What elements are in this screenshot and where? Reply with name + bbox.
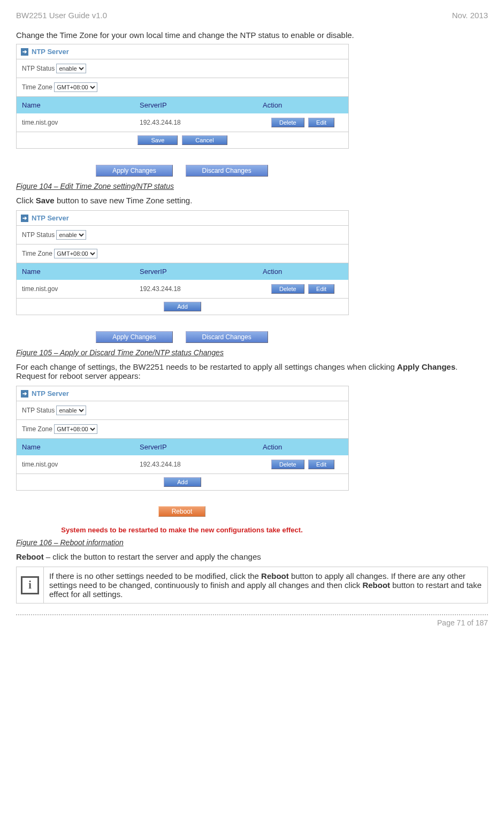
timezone-select[interactable]: GMT+08:00 bbox=[54, 424, 97, 434]
edit-button[interactable]: Edit bbox=[308, 118, 334, 127]
ntp-panel-edit: ➔ NTP Server NTP Status enable Time Zone… bbox=[16, 44, 349, 149]
doc-title: BW2251 User Guide v1.0 bbox=[16, 11, 107, 20]
timezone-label: Time Zone bbox=[22, 425, 52, 433]
ntp-status-row: NTP Status enable bbox=[17, 401, 348, 420]
arrow-icon: ➔ bbox=[21, 48, 28, 56]
ntp-status-select[interactable]: enable bbox=[56, 230, 86, 240]
arrow-icon: ➔ bbox=[21, 390, 28, 398]
table-header: Name ServerIP Action bbox=[17, 97, 348, 113]
table-header: Name ServerIP Action bbox=[17, 263, 348, 280]
panel-header: ➔ NTP Server bbox=[17, 211, 348, 226]
figure-105-caption: Figure 105 – Apply or Discard Time Zone/… bbox=[16, 348, 488, 357]
ntp-status-select[interactable]: enable bbox=[56, 406, 86, 415]
info-icon: i bbox=[21, 576, 39, 594]
timezone-select[interactable]: GMT+08:00 bbox=[54, 249, 97, 258]
panel-header: ➔ NTP Server bbox=[17, 44, 348, 59]
add-button[interactable]: Add bbox=[164, 477, 201, 487]
cell-name: time.nist.gov bbox=[17, 114, 134, 131]
col-name: Name bbox=[17, 97, 134, 113]
figure-106-caption: Figure 106 – Reboot information bbox=[16, 538, 488, 547]
discard-changes-button[interactable]: Discard Changes bbox=[186, 165, 268, 177]
timezone-row: Time Zone GMT+08:00 bbox=[17, 78, 348, 97]
save-instruction: Click Save button to save new Time Zone … bbox=[16, 196, 488, 205]
add-button[interactable]: Add bbox=[164, 302, 201, 311]
col-serverip: ServerIP bbox=[134, 97, 257, 113]
col-action: Action bbox=[257, 97, 348, 113]
add-row: Add bbox=[17, 298, 348, 315]
table-header: Name ServerIP Action bbox=[17, 439, 348, 455]
timezone-label: Time Zone bbox=[22, 83, 52, 91]
table-row: time.nist.gov 192.43.244.18 Delete Edit bbox=[17, 280, 348, 298]
edit-button[interactable]: Edit bbox=[308, 284, 334, 294]
timezone-select[interactable]: GMT+08:00 bbox=[54, 82, 97, 92]
ntp-status-row: NTP Status enable bbox=[17, 59, 348, 78]
timezone-label: Time Zone bbox=[22, 250, 52, 257]
cancel-button[interactable]: Cancel bbox=[182, 135, 227, 145]
ntp-status-label: NTP Status bbox=[22, 65, 55, 72]
add-row: Add bbox=[17, 473, 348, 490]
page-header: BW2251 User Guide v1.0 Nov. 2013 bbox=[16, 11, 488, 20]
doc-date: Nov. 2013 bbox=[452, 11, 488, 20]
col-name: Name bbox=[17, 439, 134, 455]
ntp-status-row: NTP Status enable bbox=[17, 226, 348, 245]
apply-changes-button[interactable]: Apply Changes bbox=[96, 165, 172, 177]
page-footer: Page 71 of 187 bbox=[16, 614, 488, 627]
figure-104-caption: Figure 104 – Edit Time Zone setting/NTP … bbox=[16, 182, 488, 190]
timezone-row: Time Zone GMT+08:00 bbox=[17, 245, 348, 263]
panel-header: ➔ NTP Server bbox=[17, 386, 348, 401]
save-cancel-row: Save Cancel bbox=[17, 132, 348, 148]
apply-instruction: For each change of settings, the BW2251 … bbox=[16, 362, 488, 380]
table-row: time.nist.gov 192.43.244.18 Delete Edit bbox=[17, 113, 348, 132]
reboot-button[interactable]: Reboot bbox=[158, 506, 206, 517]
delete-button[interactable]: Delete bbox=[271, 284, 304, 294]
apply-discard-row-1: Apply Changes Discard Changes bbox=[16, 165, 348, 177]
cell-name: time.nist.gov bbox=[17, 281, 134, 297]
ntp-status-label: NTP Status bbox=[22, 407, 55, 414]
panel-title: NTP Server bbox=[32, 214, 69, 222]
col-action: Action bbox=[257, 263, 348, 280]
system-restart-message: System needs to be restarted to make the… bbox=[16, 526, 348, 534]
col-serverip: ServerIP bbox=[134, 439, 257, 455]
ntp-status-label: NTP Status bbox=[22, 231, 55, 239]
info-icon-cell: i bbox=[17, 567, 44, 603]
panel-title: NTP Server bbox=[32, 389, 69, 398]
info-box: i If there is no other settings needed t… bbox=[16, 567, 488, 604]
intro-text: Change the Time Zone for your own local … bbox=[16, 30, 488, 40]
panel-title: NTP Server bbox=[32, 48, 69, 56]
col-action: Action bbox=[257, 439, 348, 455]
table-row: time.nist.gov 192.43.244.18 Delete Edit bbox=[17, 455, 348, 473]
cell-ip: 192.43.244.18 bbox=[134, 114, 257, 131]
delete-button[interactable]: Delete bbox=[271, 118, 304, 127]
apply-changes-button[interactable]: Apply Changes bbox=[96, 331, 172, 343]
ntp-panel-reboot: ➔ NTP Server NTP Status enable Time Zone… bbox=[16, 386, 349, 491]
cell-ip: 192.43.244.18 bbox=[134, 281, 257, 297]
cell-ip: 192.43.244.18 bbox=[134, 456, 257, 472]
save-button[interactable]: Save bbox=[138, 135, 178, 145]
timezone-row: Time Zone GMT+08:00 bbox=[17, 420, 348, 439]
discard-changes-button[interactable]: Discard Changes bbox=[186, 331, 268, 343]
col-name: Name bbox=[17, 263, 134, 280]
ntp-status-select[interactable]: enable bbox=[56, 64, 86, 73]
info-text: If there is no other settings needed to … bbox=[44, 567, 487, 603]
reboot-row: Reboot bbox=[16, 507, 348, 515]
cell-name: time.nist.gov bbox=[17, 456, 134, 472]
arrow-icon: ➔ bbox=[21, 215, 28, 222]
ntp-panel-list: ➔ NTP Server NTP Status enable Time Zone… bbox=[16, 210, 349, 315]
delete-button[interactable]: Delete bbox=[271, 460, 304, 469]
apply-discard-row-2: Apply Changes Discard Changes bbox=[16, 331, 348, 343]
edit-button[interactable]: Edit bbox=[308, 460, 334, 469]
col-serverip: ServerIP bbox=[134, 263, 257, 280]
reboot-instruction: Reboot – click the button to restart the… bbox=[16, 552, 488, 561]
